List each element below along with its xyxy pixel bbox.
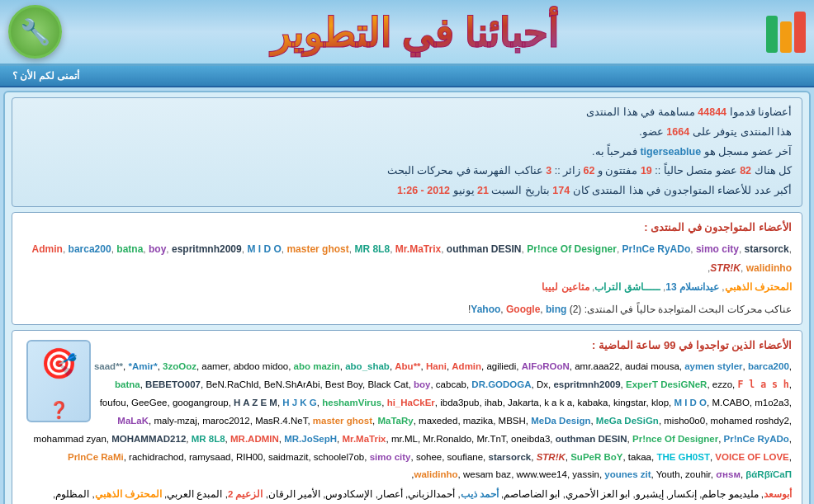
- member-count: 44844: [698, 106, 726, 118]
- header: أحبائنا في التطوير 🔧: [0, 0, 814, 66]
- stat-line-3: آخر عضو مسجل هو tigerseablue فمرحباً به.: [22, 143, 792, 163]
- main-wrapper: أعضاونا قدموا 44844 مساهمة في هذا المنتد…: [3, 91, 811, 504]
- online-title: الأعضاء المتواجدون في المنتدى :: [22, 218, 792, 238]
- stat-line-1: أعضاونا قدموا 44844 مساهمة في هذا المنتد…: [22, 103, 792, 123]
- stat-line-4: كل هناك 82 عضو متصل حالياً :: 19 مفتتون …: [22, 162, 792, 181]
- member-total: 1664: [666, 126, 689, 138]
- stat-line-5: أكبر عدد للأعضاء المتواجدون في هذا المنت…: [22, 181, 792, 201]
- color-bars: [766, 12, 806, 53]
- header-robot: 🔧: [8, 5, 62, 59]
- arabic-members: أبوسعد, مليديمو جاطم, إنكسار, إيشبرو, اب…: [22, 486, 792, 504]
- header-left: [766, 12, 806, 53]
- stats-section: أعضاونا قدموا 44844 مساهمة في هذا المنتد…: [12, 97, 802, 207]
- robot-side-image: 🎯 ❓: [26, 340, 91, 422]
- nav-bar[interactable]: أتمنى لكم الأن ؟: [0, 66, 814, 87]
- stat-line-2: هذا المنتدى يتوفر على 1664 عضو.: [22, 123, 792, 143]
- past-members-list: saad**, *Amir*, 3zoOoz, aamer, abdoo mid…: [22, 358, 792, 484]
- logo-container: أحبائنا في التطوير: [62, 2, 766, 63]
- nav-question: أتمنى لكم الأن ؟: [12, 70, 79, 82]
- past-title: الأعضاء الذين تواجدوا في 99 ساعة الماضية…: [22, 336, 792, 356]
- online-count: 82: [740, 165, 751, 177]
- search-engines-text: عناكب محركات البحث المتواجدة حالياً في ا…: [22, 300, 792, 319]
- online-section: الأعضاء المتواجدون في المنتدى : Admin, b…: [12, 212, 802, 325]
- logo-svg: أحبائنا في التطوير: [249, 2, 580, 63]
- past-section: 🎯 ❓ الأعضاء الذين تواجدوا في 99 ساعة الم…: [12, 330, 802, 504]
- last-member: tigerseablue: [640, 146, 701, 158]
- online-members-list: Admin, barca200, batna, boy, espritmnh20…: [22, 240, 792, 296]
- svg-text:أحبائنا في التطوير: أحبائنا في التطوير: [268, 6, 558, 57]
